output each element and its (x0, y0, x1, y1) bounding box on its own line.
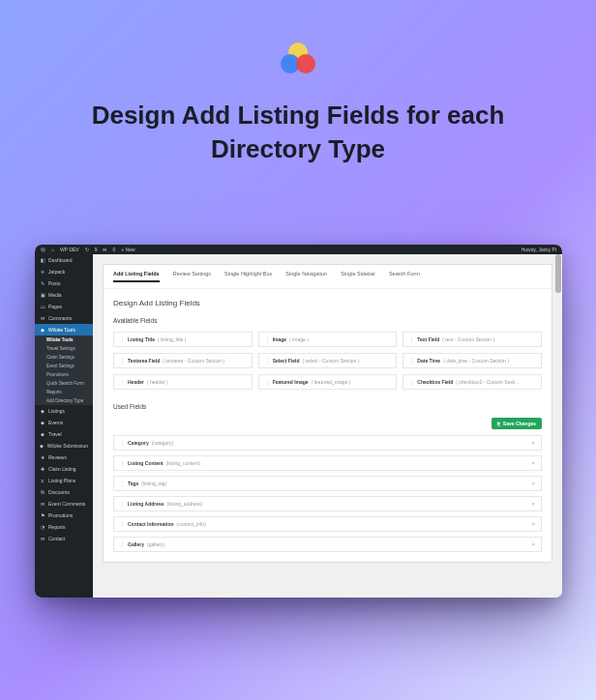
wp-logo-icon[interactable]: ⓦ (41, 247, 45, 252)
comments-icon[interactable]: ✉ (103, 247, 106, 252)
available-field-card[interactable]: ⋮Text Field ( text - Custom Section ) (402, 332, 542, 347)
remove-icon[interactable]: × (531, 460, 535, 466)
sidebar-item[interactable]: ▭Pages (35, 301, 93, 312)
used-field-row[interactable]: ⋮Category (category)× (113, 435, 542, 451)
comments-count[interactable]: 0 (112, 247, 115, 252)
sidebar-subitem[interactable]: Promotions (35, 370, 93, 379)
available-field-card[interactable]: ⋮Select Field ( select - Custom Section … (258, 353, 398, 368)
svg-point-2 (296, 54, 315, 73)
tab[interactable]: Review Settings (173, 271, 211, 282)
sidebar-item[interactable]: ◆Events (35, 417, 93, 428)
remove-icon[interactable]: × (531, 481, 535, 486)
available-field-card[interactable]: ⋮Checkbox Field ( checkbox2 - Custom Sec… (402, 374, 542, 390)
menu-icon: ★ (40, 454, 45, 460)
available-field-card[interactable]: ⋮Textarea Field ( textarea - Custom Sect… (113, 353, 253, 368)
field-name: Listing Content (128, 460, 164, 466)
sidebar-subitem[interactable]: Add Directory Type (35, 396, 93, 405)
sidebar-item[interactable]: ✎Posts (35, 277, 93, 289)
available-field-card[interactable]: ⋮Date Time ( date_time - Custom Section … (402, 353, 542, 368)
used-field-row[interactable]: ⋮Listing Address (listing_address)× (113, 496, 542, 511)
sidebar-item-label: Claim Listing (48, 466, 76, 472)
sidebar-subitem[interactable]: Claim Settings (35, 353, 93, 362)
tab[interactable]: Search Form (389, 271, 420, 282)
add-new[interactable]: + New (121, 247, 134, 252)
field-slug: ( date_time - Custom Section ) (443, 358, 509, 364)
remove-icon[interactable]: × (531, 440, 535, 446)
remove-icon[interactable]: × (531, 541, 535, 547)
settings-panel: Add Listing FieldsReview SettingsSingle … (103, 264, 552, 563)
sidebar-item[interactable]: ✉Contact (35, 533, 93, 544)
howdy-text[interactable]: Howdy, Jacky Pi (522, 247, 556, 252)
sidebar-item[interactable]: ≡Listing Plans (35, 475, 93, 486)
save-icon: ⎘ (497, 421, 500, 426)
hero-logo (277, 39, 319, 81)
sidebar-subitem[interactable]: Travel Settings (35, 344, 93, 353)
menu-icon: ✈ (40, 269, 45, 275)
drag-handle-icon: ⋮ (409, 379, 414, 385)
drag-handle-icon: ⋮ (120, 481, 125, 486)
drag-handle-icon: ⋮ (409, 336, 414, 342)
used-field-row[interactable]: ⋮Listing Content (listing_content)× (113, 455, 542, 471)
drag-handle-icon: ⋮ (120, 460, 125, 466)
tab[interactable]: Add Listing Fields (113, 271, 160, 282)
sidebar-item[interactable]: ▣Media (35, 289, 93, 301)
sidebar-item[interactable]: ⚑Promotions (35, 510, 93, 521)
available-field-card[interactable]: ⋮Header ( header ) (113, 374, 253, 390)
main-content: Add Listing FieldsReview SettingsSingle … (93, 254, 562, 598)
available-field-card[interactable]: ⋮Listing Title ( listing_title ) (113, 332, 253, 347)
menu-icon: ◔ (40, 524, 45, 530)
save-changes-button[interactable]: ⎘ Save Changes (492, 418, 542, 429)
sidebar-item-label: Reports (48, 524, 66, 530)
menu-icon: % (40, 489, 45, 495)
updates-icon[interactable]: ↻ (85, 247, 89, 252)
field-slug: ( image ) (289, 336, 309, 342)
used-fields-list: ⋮Category (category)×⋮Listing Content (l… (113, 435, 542, 552)
drag-handle-icon: ⋮ (120, 358, 125, 364)
sidebar-item-label: Reviews (48, 454, 67, 460)
site-name[interactable]: WP DEV (60, 247, 79, 252)
sidebar-item[interactable]: ✚Claim Listing (35, 463, 93, 475)
sidebar-item[interactable]: ◧Dashboard (35, 254, 93, 266)
updates-count[interactable]: 9 (95, 247, 98, 252)
menu-icon: ✎ (40, 280, 45, 286)
sidebar-item-label: Pages (48, 304, 62, 309)
hero-title: Design Add Listing Fields for each Direc… (75, 99, 521, 166)
available-field-card[interactable]: ⋮Image ( image ) (258, 332, 398, 347)
sidebar-item[interactable]: ◆Listings (35, 405, 93, 417)
used-field-row[interactable]: ⋮Gallery (gallery)× (113, 537, 542, 552)
tab-bar: Add Listing FieldsReview SettingsSingle … (104, 265, 551, 289)
sidebar-item[interactable]: ✉Comments (35, 312, 93, 324)
available-field-card[interactable]: ⋮Featured Image ( featured_image ) (258, 374, 398, 390)
home-icon[interactable]: ⌂ (51, 247, 54, 252)
sidebar-item[interactable]: ◆Travel (35, 428, 93, 440)
page-title: Design Add Listing Fields (113, 299, 542, 307)
sidebar-item[interactable]: ✉Event Comments (35, 498, 93, 510)
drag-handle-icon: ⋮ (120, 440, 125, 446)
sidebar-subitem[interactable]: Reports (35, 388, 93, 396)
menu-icon: ✉ (40, 536, 45, 541)
sidebar-subitem[interactable]: Wiloke Tools (35, 335, 93, 344)
sidebar-item[interactable]: ★Reviews (35, 452, 93, 463)
sidebar-subitem[interactable]: Quick Search Form (35, 379, 93, 388)
sidebar-item-label: Wiloke Tools (48, 327, 75, 333)
field-name: Date Time (417, 358, 440, 364)
scrollbar[interactable] (555, 254, 561, 293)
tab[interactable]: Single Sidebar (341, 271, 375, 282)
used-field-row[interactable]: ⋮Tags (listing_tag)× (113, 476, 542, 491)
remove-icon[interactable]: × (531, 521, 535, 527)
tab[interactable]: Single Highlight Box (224, 271, 272, 282)
sidebar-item[interactable]: %Discounts (35, 486, 93, 498)
menu-icon: ◆ (40, 420, 45, 425)
menu-icon: ✉ (40, 315, 45, 321)
sidebar-item-label: Comments (48, 315, 72, 321)
sidebar-item[interactable]: ◔Reports (35, 521, 93, 533)
field-name: Text Field (417, 336, 439, 342)
app-window: ⓦ ⌂ WP DEV ↻ 9 ✉ 0 + New Howdy, Jacky Pi… (35, 245, 562, 598)
used-field-row[interactable]: ⋮Contact Information (contact_info)× (113, 516, 542, 532)
sidebar-item[interactable]: ✈Jetpack (35, 266, 93, 277)
remove-icon[interactable]: × (531, 501, 535, 507)
sidebar-item[interactable]: ◆Wiloke Tools (35, 324, 93, 335)
sidebar-item[interactable]: ◆Wiloke Submission (35, 440, 93, 452)
tab[interactable]: Single Navigation (285, 271, 327, 282)
sidebar-subitem[interactable]: Event Settings (35, 362, 93, 370)
